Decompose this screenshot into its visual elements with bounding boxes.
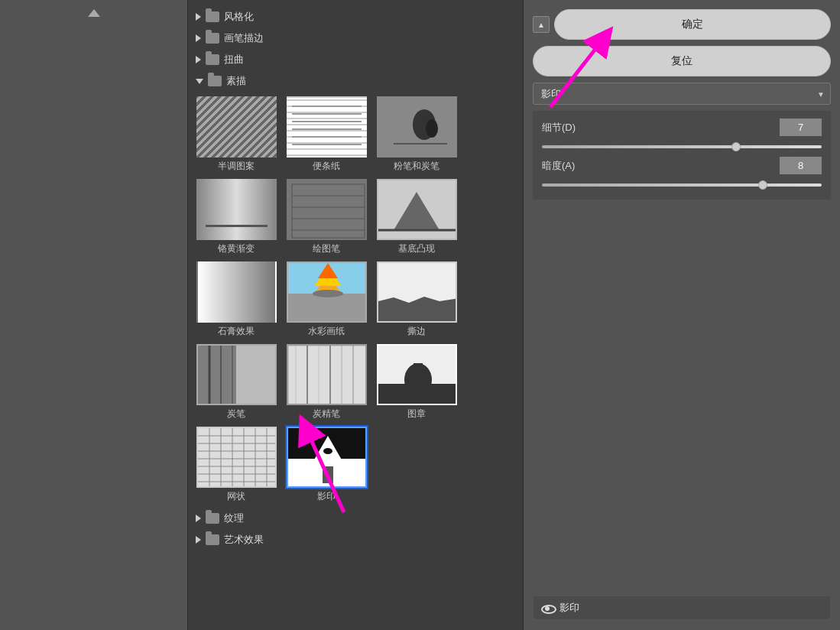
triangle-right-icon — [196, 515, 201, 522]
thumb-huitu-label: 绘图笔 — [313, 242, 340, 255]
triangle-right-icon — [196, 34, 201, 42]
folder-icon — [206, 33, 219, 44]
thumb-banziao[interactable]: 半调图案 — [194, 96, 278, 173]
thumb-tanjingbi-img — [287, 344, 367, 405]
thumb-fenbi-label: 粉笔和炭笔 — [394, 160, 439, 173]
thumb-lv[interactable]: 铬黄渐变 — [194, 179, 278, 255]
darkness-slider-container — [542, 177, 822, 192]
thumb-tanjingbi-label: 炭精笔 — [313, 408, 340, 421]
darkness-value-input[interactable] — [780, 157, 822, 174]
category-huabimiao-label: 画笔描边 — [224, 31, 264, 45]
category-sumiao[interactable]: 素描 — [188, 70, 523, 92]
eye-icon[interactable] — [541, 603, 553, 612]
category-wenlv-label: 纹理 — [224, 511, 244, 525]
thumb-yinyin[interactable]: 影印 — [284, 427, 368, 503]
detail-slider[interactable] — [542, 145, 822, 148]
folder-icon — [206, 534, 219, 545]
category-niuqu[interactable]: 扭曲 — [188, 49, 523, 70]
thumb-lv-img — [196, 179, 277, 240]
thumb-shigao[interactable]: 石膏效果 — [194, 261, 278, 338]
thumb-jidi-label: 基底凸现 — [398, 242, 435, 255]
thumb-shuicai-img — [287, 261, 367, 323]
thumb-sibian-img — [377, 261, 457, 323]
effect-layer-row: 影印 — [534, 596, 830, 620]
thumb-biaotiao-label: 便条纸 — [313, 160, 340, 173]
effect-select[interactable]: 影印 — [533, 83, 831, 105]
filter-list-panel: 风格化 画笔描边 扭曲 素描 半调图案 — [187, 0, 524, 630]
thumb-wangzhuang[interactable]: 网状 — [194, 427, 278, 503]
collapse-button[interactable]: ▲ — [533, 16, 550, 33]
effect-select-container: 影印 ▼ — [533, 83, 831, 105]
thumb-lv-label: 铬黄渐变 — [218, 242, 255, 255]
thumb-shigao-img — [196, 261, 277, 323]
effect-layer-name: 影印 — [559, 601, 579, 615]
detail-value-input[interactable] — [780, 119, 822, 136]
thumb-tanjian-img — [196, 344, 277, 405]
folder-icon — [206, 513, 219, 524]
svg-rect-24 — [288, 346, 367, 405]
thumb-tanjian-label: 炭笔 — [227, 408, 245, 421]
svg-rect-34 — [414, 363, 423, 382]
thumb-shuicai[interactable]: 水彩画纸 — [284, 261, 368, 338]
thumb-shigao-label: 石膏效果 — [218, 325, 255, 338]
triangle-right-icon — [196, 13, 201, 21]
thumb-yinyin-img — [287, 427, 367, 488]
params-section: 细节(D) 暗度(A) — [533, 111, 831, 200]
folder-icon — [208, 76, 222, 86]
left-panel — [0, 0, 187, 630]
darkness-label: 暗度(A) — [542, 159, 595, 173]
category-fenggehua[interactable]: 风格化 — [188, 6, 523, 28]
effects-layers: 影印 — [533, 596, 831, 621]
thumb-yinyin-label: 影印 — [317, 490, 336, 503]
svg-rect-15 — [288, 294, 367, 323]
spacer — [533, 206, 831, 589]
triangle-right-icon — [196, 536, 201, 544]
thumb-sibian-label: 撕边 — [407, 325, 426, 338]
svg-point-16 — [313, 290, 343, 297]
category-yishuxiaogu[interactable]: 艺术效果 — [188, 529, 523, 550]
folder-icon — [206, 11, 219, 22]
thumbnails-grid: 半调图案 便条纸 — [188, 92, 523, 508]
thumb-jidi[interactable]: 基底凸现 — [375, 179, 459, 255]
category-niuqu-label: 扭曲 — [224, 53, 244, 67]
category-sumiao-label: 素描 — [226, 74, 246, 88]
thumb-huitu-img — [287, 179, 367, 240]
category-huabimiao[interactable]: 画笔描边 — [188, 28, 523, 49]
category-wenlv[interactable]: 纹理 — [188, 508, 523, 529]
thumb-biaotiao[interactable]: 便条纸 — [284, 96, 368, 173]
detail-label: 细节(D) — [542, 121, 595, 135]
thumb-huitu[interactable]: 绘图笔 — [284, 179, 368, 255]
thumb-wangzhuang-img — [196, 427, 277, 488]
category-yishuxiaogu-label: 艺术效果 — [224, 533, 264, 547]
svg-rect-20 — [198, 346, 236, 405]
thumb-tuzhang-label: 图章 — [407, 408, 426, 421]
thumb-banziao-label: 半调图案 — [218, 160, 255, 173]
category-fenggehua-label: 风格化 — [224, 10, 254, 24]
thumb-tanjian[interactable]: 炭笔 — [194, 344, 278, 421]
thumb-shuicai-label: 水彩画纸 — [308, 325, 345, 338]
reset-button[interactable]: 复位 — [533, 46, 831, 76]
darkness-slider[interactable] — [542, 183, 822, 187]
darkness-row: 暗度(A) — [542, 157, 822, 174]
thumb-wangzhuang-label: 网状 — [227, 490, 245, 503]
thumb-sibian[interactable]: 撕边 — [375, 261, 459, 338]
thumb-biaotiao-img — [287, 96, 367, 158]
confirm-button[interactable]: 确定 — [554, 9, 831, 40]
svg-marker-18 — [378, 297, 457, 323]
svg-point-1 — [426, 119, 438, 138]
detail-row: 细节(D) — [542, 119, 822, 136]
scroll-up-arrow[interactable] — [88, 9, 100, 17]
thumb-tuzhang-img — [377, 344, 457, 405]
triangle-right-icon — [196, 56, 201, 63]
thumb-fenbi[interactable]: 粉笔和炭笔 — [375, 96, 459, 173]
thumb-tanjingbi[interactable]: 炭精笔 — [284, 344, 368, 421]
triangle-down-icon — [196, 79, 203, 84]
thumb-tuzhang[interactable]: 图章 — [375, 344, 459, 421]
svg-rect-52 — [323, 466, 333, 483]
main-container: 风格化 画笔描边 扭曲 素描 半调图案 — [0, 0, 840, 630]
thumb-jidi-img — [377, 179, 457, 240]
folder-icon — [206, 54, 219, 65]
detail-slider-container — [542, 139, 822, 157]
svg-point-53 — [323, 448, 332, 454]
thumb-fenbi-img — [377, 96, 457, 158]
